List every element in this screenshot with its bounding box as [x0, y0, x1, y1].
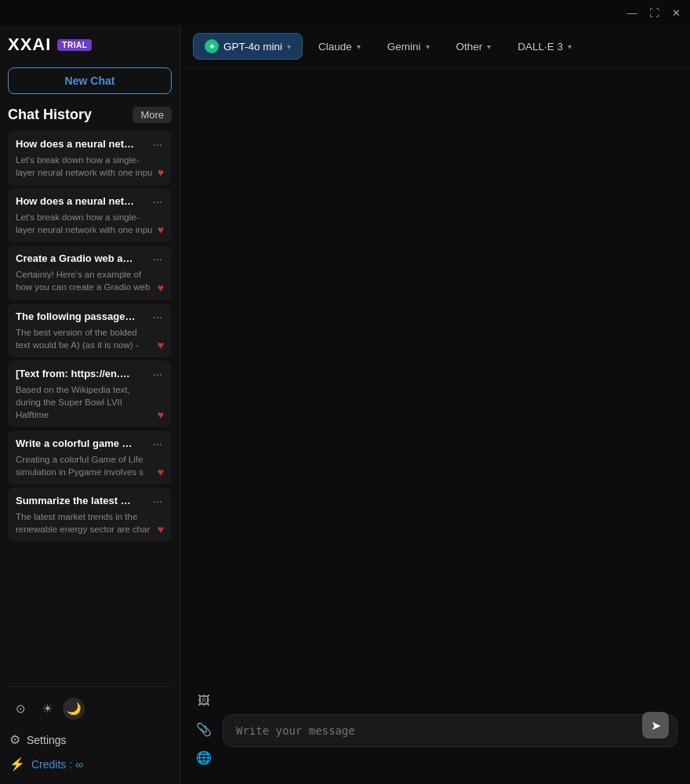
- chat-item-title: How does a neural netw...: [16, 138, 137, 150]
- chat-list-item[interactable]: How does a neural netw... ··· Let's brea…: [8, 131, 172, 185]
- logo-row: XXAI TRIAL: [8, 33, 172, 56]
- chat-list-item[interactable]: Create a Gradio web ap... ··· Certainly!…: [8, 245, 172, 299]
- chat-list-item[interactable]: [Text from: https://en.wi... ··· Based o…: [8, 361, 172, 427]
- chat-item-header: Write a colorful game of... ···: [16, 437, 164, 450]
- model-label: Gemini: [387, 41, 421, 53]
- maximize-button[interactable]: ⛶: [646, 5, 662, 20]
- chat-item-heart-icon[interactable]: ♥: [158, 339, 164, 351]
- custom-theme-icon[interactable]: ⊙: [9, 698, 31, 720]
- message-input[interactable]: [236, 724, 637, 737]
- settings-icon: ⚙: [9, 732, 20, 747]
- chat-item-title: [Text from: https://en.wi...: [16, 368, 137, 379]
- trial-badge: TRIAL: [57, 39, 92, 51]
- message-input-wrapper: ➤: [223, 714, 677, 747]
- gpt-icon: ✦: [205, 39, 219, 53]
- chat-area: [180, 68, 690, 682]
- chat-item-title: How does a neural netw...: [16, 195, 137, 207]
- chat-item-body: Creating a colorful Game of Life simulat…: [16, 453, 164, 478]
- model-button-gpt4o-mini[interactable]: ✦GPT-4o mini▾: [193, 33, 303, 60]
- chat-list-item[interactable]: Summarize the latest m... ··· The latest…: [8, 488, 172, 542]
- theme-toggles: ⊙ ☀ 🌙: [8, 695, 172, 723]
- chat-item-menu-button[interactable]: ···: [151, 194, 164, 208]
- model-bar: ✦GPT-4o mini▾Claude▾Gemini▾Other▾DALL·E …: [180, 25, 690, 68]
- model-label: Claude: [318, 41, 352, 53]
- chat-list-item[interactable]: How does a neural netw... ··· Let's brea…: [8, 188, 172, 242]
- chat-item-preview: Based on the Wikipedia text, during the …: [16, 383, 158, 421]
- chat-item-heart-icon[interactable]: ♥: [158, 466, 164, 478]
- chat-item-menu-button[interactable]: ···: [151, 137, 164, 151]
- model-label: GPT-4o mini: [223, 41, 282, 53]
- chat-item-body: The latest market trends in the renewabl…: [16, 510, 164, 535]
- chat-item-body: Let's break down how a single-layer neur…: [16, 154, 164, 179]
- dark-theme-icon[interactable]: 🌙: [63, 698, 85, 720]
- new-chat-button[interactable]: New Chat: [8, 67, 172, 94]
- chat-item-heart-icon[interactable]: ♥: [158, 223, 164, 236]
- sidebar: XXAI TRIAL New Chat Chat History More Ho…: [0, 25, 180, 784]
- credits-icon: ⚡: [9, 757, 25, 771]
- model-button-gemini[interactable]: Gemini▾: [376, 35, 441, 58]
- chat-item-heart-icon[interactable]: ♥: [158, 523, 164, 535]
- chat-item-heart-icon[interactable]: ♥: [158, 408, 164, 421]
- chat-item-header: How does a neural netw... ···: [16, 194, 164, 208]
- model-button-claude[interactable]: Claude▾: [307, 35, 372, 58]
- light-theme-icon[interactable]: ☀: [36, 698, 58, 720]
- chat-item-body: The best version of the bolded text woul…: [16, 326, 164, 351]
- chat-item-menu-button[interactable]: ···: [151, 310, 164, 323]
- chevron-down-icon: ▾: [568, 42, 572, 51]
- chat-item-heart-icon[interactable]: ♥: [158, 281, 164, 294]
- chat-item-header: Create a Gradio web ap... ···: [16, 252, 164, 265]
- chat-history-header: Chat History More: [8, 107, 172, 123]
- attachment-tool-icon[interactable]: 📎: [193, 718, 215, 740]
- chevron-down-icon: ▾: [287, 42, 291, 51]
- model-label: DALL·E 3: [518, 41, 563, 53]
- chat-item-preview: Certainly! Here's an example of how you …: [16, 268, 158, 293]
- chat-item-preview: The latest market trends in the renewabl…: [16, 510, 158, 535]
- chat-item-title: Write a colorful game of...: [16, 437, 137, 449]
- input-tools: 🖼 📎 🌐: [193, 690, 215, 771]
- chat-item-preview: Let's break down how a single-layer neur…: [16, 154, 158, 179]
- chat-list-item[interactable]: Write a colorful game of... ··· Creating…: [8, 430, 172, 485]
- model-button-dalle3[interactable]: DALL·E 3▾: [507, 35, 583, 58]
- credits-row[interactable]: ⚡ Credits : ∞: [8, 752, 172, 776]
- chevron-down-icon: ▾: [357, 42, 361, 51]
- chat-list-item[interactable]: The following passage is... ··· The best…: [8, 303, 172, 358]
- close-button[interactable]: ✕: [668, 5, 684, 20]
- settings-label: Settings: [27, 734, 67, 746]
- chat-item-menu-button[interactable]: ···: [151, 437, 164, 450]
- sidebar-bottom: ⊙ ☀ 🌙 ⚙ Settings ⚡ Credits : ∞: [8, 686, 172, 784]
- chat-item-header: The following passage is... ···: [16, 310, 164, 323]
- chat-item-preview: Let's break down how a single-layer neur…: [16, 211, 158, 236]
- chat-item-preview: Creating a colorful Game of Life simulat…: [16, 453, 158, 478]
- chat-item-menu-button[interactable]: ···: [151, 252, 164, 265]
- model-label: Other: [456, 41, 483, 53]
- credits-label: Credits : ∞: [31, 758, 83, 771]
- input-area: 🖼 📎 🌐 ➤: [180, 682, 690, 784]
- app-logo: XXAI: [8, 34, 51, 55]
- chat-item-title: Summarize the latest m...: [16, 495, 137, 506]
- chevron-down-icon: ▾: [487, 42, 491, 51]
- chat-history-title: Chat History: [8, 107, 92, 123]
- chat-item-title: Create a Gradio web ap...: [16, 252, 137, 264]
- chat-item-header: Summarize the latest m... ···: [16, 494, 164, 507]
- chat-item-menu-button[interactable]: ···: [151, 494, 164, 507]
- chat-item-heart-icon[interactable]: ♥: [158, 166, 164, 179]
- chat-list: How does a neural netw... ··· Let's brea…: [8, 131, 172, 680]
- chat-item-preview: The best version of the bolded text woul…: [16, 326, 158, 351]
- chat-item-title: The following passage is...: [16, 310, 137, 322]
- main-content: ✦GPT-4o mini▾Claude▾Gemini▾Other▾DALL·E …: [180, 25, 690, 784]
- chat-item-header: [Text from: https://en.wi... ···: [16, 367, 164, 380]
- image-tool-icon[interactable]: 🖼: [193, 690, 215, 712]
- globe-tool-icon[interactable]: 🌐: [193, 746, 215, 768]
- settings-row[interactable]: ⚙ Settings: [8, 728, 172, 752]
- app-container: XXAI TRIAL New Chat Chat History More Ho…: [0, 25, 690, 784]
- titlebar: — ⛶ ✕: [0, 0, 690, 25]
- chevron-down-icon: ▾: [426, 42, 430, 51]
- chat-item-menu-button[interactable]: ···: [151, 367, 164, 380]
- chat-item-body: Let's break down how a single-layer neur…: [16, 211, 164, 236]
- chat-item-header: How does a neural netw... ···: [16, 137, 164, 151]
- more-button[interactable]: More: [133, 107, 172, 123]
- model-button-other[interactable]: Other▾: [445, 35, 503, 58]
- minimize-button[interactable]: —: [624, 5, 640, 20]
- chat-item-body: Based on the Wikipedia text, during the …: [16, 383, 164, 421]
- send-button[interactable]: ➤: [642, 712, 669, 739]
